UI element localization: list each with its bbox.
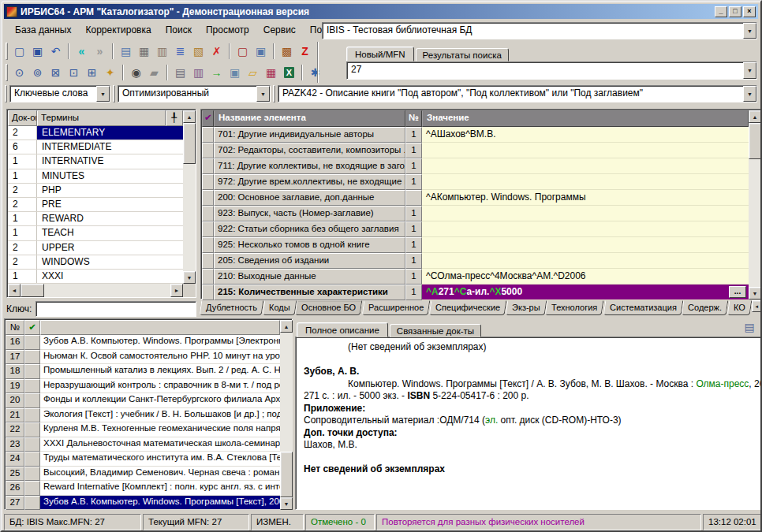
field-tree-icon[interactable]: ≣: [171, 43, 189, 61]
document-check-cell[interactable]: [24, 335, 40, 350]
worksheet-tab-3[interactable]: Расширенное: [361, 300, 430, 315]
term-row[interactable]: 1REWARD: [8, 212, 183, 226]
worksheet-tab-9[interactable]: КО: [727, 300, 753, 315]
minimize-button[interactable]: _: [715, 6, 727, 17]
document-check-cell[interactable]: [24, 408, 40, 423]
scroll-down-icon[interactable]: ▼: [280, 497, 293, 510]
field-value[interactable]: [422, 206, 749, 221]
scroll-up-icon[interactable]: ▲: [183, 110, 196, 123]
field-row[interactable]: 200: Основное заглавие, доп.данные^AКомп…: [202, 190, 749, 206]
term-row[interactable]: 2PRE: [8, 198, 183, 212]
field-value[interactable]: [422, 221, 749, 237]
document-row[interactable]: 18Промышленный катализ в лекциях. Вып. 2…: [6, 364, 280, 379]
field-value[interactable]: ^AКомпьютер. Windows. Программы: [422, 190, 749, 206]
print-forms-icon[interactable]: ▥: [189, 64, 207, 82]
description-tab-1[interactable]: Связанные док-ты: [390, 324, 481, 337]
field-row[interactable]: 922: Статьи сборника без общего заглавия…: [202, 221, 749, 237]
field-row[interactable]: 925: Несколько томов в одной книге1: [202, 237, 749, 253]
worksheet-tab-0[interactable]: Дублетность: [200, 300, 263, 315]
field-value[interactable]: [422, 253, 749, 269]
menu-item-service[interactable]: Сервис: [256, 22, 303, 38]
save-record-icon[interactable]: ▣: [28, 43, 47, 61]
paste-field-icon[interactable]: ▤: [117, 43, 135, 61]
undo-icon[interactable]: ↶: [47, 43, 65, 61]
scroll-up-icon[interactable]: ▲: [749, 110, 761, 123]
field-value[interactable]: [422, 174, 749, 190]
global-edit-icon[interactable]: ▱: [244, 64, 262, 82]
print-description-icon[interactable]: ▤: [741, 321, 757, 335]
pin-icon[interactable]: ╀: [166, 110, 183, 126]
search-complex-icon[interactable]: ⊠: [47, 64, 65, 82]
view-record-icon[interactable]: ◉: [127, 64, 145, 82]
field-row[interactable]: 923: Выпуск, часть (Номер-заглавие)1: [202, 206, 749, 221]
term-row[interactable]: 1TEACH: [8, 226, 183, 240]
field-value[interactable]: [422, 158, 749, 174]
term-row[interactable]: 6INTERMEDIATE: [8, 140, 183, 154]
scrollbar-thumb[interactable]: [280, 452, 293, 497]
close-button[interactable]: ×: [743, 6, 756, 17]
toolbar-grip[interactable]: [6, 43, 8, 60]
search-mode-select[interactable]: Оптимизированный ▼: [118, 85, 271, 102]
record-tab-0[interactable]: Новый/MFN: [346, 47, 414, 61]
prev-record-icon[interactable]: «: [73, 43, 91, 61]
move-field-icon[interactable]: ▧: [189, 43, 207, 61]
field-row[interactable]: 972: Другие врем.коллективы, не входящие…: [202, 174, 749, 190]
search-browse-icon[interactable]: ⊙: [10, 64, 28, 82]
scroll-right-icon[interactable]: ►: [170, 284, 183, 297]
document-check-cell[interactable]: [24, 422, 40, 437]
document-check-cell[interactable]: [24, 379, 40, 394]
document-row[interactable]: 19Неразрушающий контроль : справочник в …: [6, 379, 280, 394]
document-row[interactable]: 16Зубов А.В. Компьютер. Windows. Програм…: [6, 335, 280, 350]
excel-icon[interactable]: X: [280, 64, 298, 82]
document-row[interactable]: 27Зубов А.В. Компьютер. Windows. Програм…: [6, 496, 280, 511]
duplicate-record-icon[interactable]: ▣: [252, 43, 270, 61]
scroll-left-icon[interactable]: ◄: [8, 284, 21, 297]
document-check-cell[interactable]: [24, 437, 40, 452]
document-check-cell[interactable]: [24, 350, 40, 365]
field-row[interactable]: 205: Сведения об издании1: [202, 253, 749, 269]
worksheet-tab-6[interactable]: Технология: [545, 300, 604, 315]
document-row[interactable]: 22Курленя М.В. Техногенные геомеханическ…: [6, 422, 280, 437]
delete-field-icon[interactable]: ✗: [207, 43, 226, 61]
export-icon[interactable]: →: [207, 64, 226, 82]
key-input[interactable]: [35, 301, 196, 317]
document-check-cell[interactable]: [24, 452, 40, 467]
term-row[interactable]: 1INTERNATIVE: [8, 154, 183, 169]
scroll-down-icon[interactable]: ▼: [749, 287, 761, 299]
settings-icon[interactable]: ✱: [306, 64, 324, 82]
worksheet-tab-1[interactable]: Коды: [262, 300, 296, 315]
scroll-down-icon[interactable]: ▼: [183, 271, 196, 284]
field-edit-ellipsis-button[interactable]: ...: [729, 286, 746, 298]
document-row[interactable]: 20Фонды и коллекции Санкт-Петербургского…: [6, 393, 280, 408]
menu-item-database[interactable]: База данных: [8, 22, 78, 38]
field-row[interactable]: 210: Выходные данные1^CОлма-пресс^4Москв…: [202, 269, 749, 285]
term-row[interactable]: 2WINDOWS: [8, 255, 183, 270]
search-tree-icon[interactable]: ⊞: [83, 64, 101, 82]
copy-docs-icon[interactable]: ▣: [226, 64, 244, 82]
new-record-icon[interactable]: ▢: [10, 43, 28, 61]
search-window-icon[interactable]: ⊡: [65, 64, 83, 82]
field-value[interactable]: ^CОлма-пресс^4Москва^AМ.^D2006: [422, 269, 749, 285]
scrollbar-thumb[interactable]: [749, 123, 761, 159]
field-value[interactable]: ^A271^Cа-ил.^X5000...: [422, 285, 749, 300]
field-row[interactable]: 711: Другие коллективы, не входящие в за…: [202, 158, 749, 174]
documents-vertical-scrollbar[interactable]: ▲ ▼: [280, 320, 293, 510]
scrollbar-thumb[interactable]: [21, 284, 44, 297]
tab-prev-icon[interactable]: ◄: [752, 300, 761, 312]
worksheet-tab-5[interactable]: Экз-ры: [505, 300, 546, 315]
mfn-input-combo[interactable]: 27 ▼: [346, 61, 757, 80]
dropdown-arrow-icon[interactable]: ▼: [743, 23, 756, 39]
document-check-cell[interactable]: [24, 467, 40, 482]
document-row[interactable]: 26Reward Internative [Комплект] : полн. …: [6, 481, 280, 496]
worksheet-tab-4[interactable]: Специфические: [428, 300, 506, 315]
print-record-icon[interactable]: ▥: [153, 43, 171, 61]
document-check-cell[interactable]: [24, 481, 40, 496]
dropdown-arrow-icon[interactable]: ▼: [743, 86, 756, 102]
statistics-icon[interactable]: ▦: [262, 64, 280, 82]
toolbar-grip[interactable]: [5, 85, 7, 102]
menu-item-correction[interactable]: Корректировка: [78, 22, 158, 38]
dictionary-select[interactable]: Ключевые слова ▼: [9, 85, 110, 102]
worksheet-tab-2[interactable]: Основное БО: [295, 300, 363, 315]
delete-record-icon[interactable]: ▢: [233, 43, 252, 61]
view-layout-icon[interactable]: ▦: [135, 43, 153, 61]
